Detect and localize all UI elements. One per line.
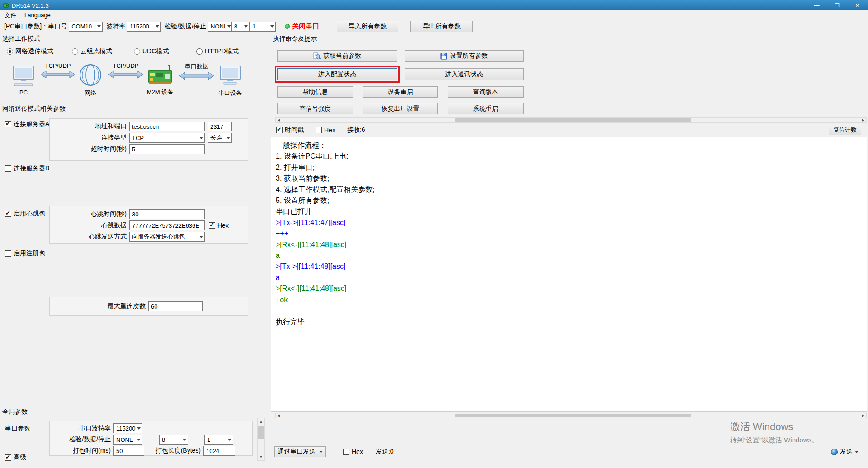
chevron-down-icon xyxy=(137,439,141,441)
scroll-left-icon[interactable]: ◀ xyxy=(276,118,282,122)
device-reboot-button[interactable]: 设备重启 xyxy=(363,86,438,98)
enter-config-button[interactable]: 进入配置状态 xyxy=(277,68,397,80)
minimize-button[interactable]: — xyxy=(807,0,827,10)
right-panel: 执行命令及提示 获取当前参数 设置所有参数 进入配置状态 xyxy=(270,33,868,468)
chevron-down-icon xyxy=(199,236,203,238)
export-params-button[interactable]: 导出所有参数 xyxy=(410,21,473,32)
global-baud-select[interactable]: 115200 xyxy=(113,423,142,433)
register-checkbox-row[interactable]: 启用注册包 xyxy=(5,249,45,257)
checkbox-icon[interactable] xyxy=(5,121,11,127)
global-databits-select[interactable]: 8 xyxy=(159,435,188,445)
maximize-button[interactable]: ❐ xyxy=(827,0,847,10)
scroll-right-icon[interactable]: ▶ xyxy=(860,118,866,122)
scrollbar-thumb[interactable] xyxy=(455,414,691,417)
server-a-timeout-input[interactable]: 5 xyxy=(129,144,205,154)
radio-icon[interactable] xyxy=(196,48,203,55)
radio-label: 云组态模式 xyxy=(80,47,112,56)
server-a-type-select[interactable]: TCP xyxy=(129,133,205,143)
checkbox-label: 启用注册包 xyxy=(14,249,45,257)
set-params-button[interactable]: 设置所有参数 xyxy=(405,50,524,62)
enter-comm-button[interactable]: 进入通讯状态 xyxy=(405,68,524,80)
radio-icon[interactable] xyxy=(134,48,140,55)
checkbox-icon[interactable] xyxy=(5,165,11,172)
timestamp-checkbox[interactable] xyxy=(276,127,283,133)
log-line: +++ xyxy=(276,228,862,239)
radio-cloud-mode[interactable]: 云组态模式 xyxy=(72,47,112,56)
heartbeat-hex-checkbox[interactable] xyxy=(209,222,215,229)
server-b-checkbox-row[interactable]: 连接服务器B xyxy=(5,164,49,173)
hex-label: Hex xyxy=(217,222,229,229)
server-a-address-input[interactable]: test.usr.cn xyxy=(129,122,205,131)
parity-select[interactable]: NONI xyxy=(208,22,231,32)
log-line: 执行完毕 xyxy=(276,317,862,328)
close-button[interactable]: ✕ xyxy=(847,0,868,10)
global-parity-select[interactable]: NONE xyxy=(113,435,142,445)
server-a-checkbox-row[interactable]: 连接服务器A xyxy=(5,120,49,128)
log-area[interactable]: 一般操作流程：1. 设备连PC串口,上电;2. 打开串口;3. 获取当前参数;4… xyxy=(271,137,867,412)
packtime-input[interactable]: 50 xyxy=(113,446,144,456)
global-baud-value: 115200 xyxy=(116,425,135,432)
send-via-serial-dropdown[interactable]: 通过串口发送 xyxy=(274,446,326,457)
heartbeat-checkbox-row[interactable]: 启用心跳包 xyxy=(5,210,45,218)
log-bottom-scrollbar[interactable]: ◀ ▶ xyxy=(275,413,867,418)
log-top-scrollbar[interactable]: ◀ ▶ xyxy=(275,117,867,123)
network-label: 网络 xyxy=(77,89,104,97)
radio-net-passthrough[interactable]: 网络透传模式 xyxy=(7,47,53,56)
checkbox-icon[interactable] xyxy=(5,454,11,461)
recv-hex-checkbox[interactable] xyxy=(316,127,322,133)
databits-select[interactable]: 8 xyxy=(231,22,250,32)
chevron-down-icon xyxy=(228,439,231,441)
packlen-input[interactable]: 1024 xyxy=(203,446,235,456)
radio-label: 网络透传模式 xyxy=(15,47,53,56)
com-port-select[interactable]: COM10 xyxy=(69,22,103,32)
left-vertical-scrollbar[interactable]: ▲ ▼ xyxy=(257,418,265,461)
send-hex-checkbox[interactable] xyxy=(343,449,349,455)
help-info-button[interactable]: 帮助信息 xyxy=(277,86,353,98)
log-line: >[Tx->][11:41:47][asc] xyxy=(276,217,862,228)
heartbeat-mode-select[interactable]: 向服务器发送心跳包 xyxy=(129,232,205,242)
global-stopbits-select[interactable]: 1 xyxy=(204,435,233,445)
title-bar[interactable]: DR514 V2.1.3 — ❐ ✕ xyxy=(0,0,868,10)
close-port-button[interactable]: 关闭串口 xyxy=(292,22,319,31)
scroll-right-icon[interactable]: ▶ xyxy=(860,413,866,418)
query-version-button[interactable]: 查询版本 xyxy=(448,86,524,98)
radio-udc-mode[interactable]: UDC模式 xyxy=(134,47,169,56)
heartbeat-time-input[interactable]: 30 xyxy=(129,209,205,219)
radio-icon[interactable] xyxy=(7,48,13,55)
arrow-label: TCP/UDP xyxy=(39,62,76,69)
advanced-checkbox-row[interactable]: 高级 xyxy=(5,454,26,462)
radio-httpd-mode[interactable]: HTTPD模式 xyxy=(196,47,239,56)
log-line: 5. 设置所有参数; xyxy=(276,195,862,206)
system-reboot-button[interactable]: 系统重启 xyxy=(448,103,524,114)
log-line: +ok xyxy=(276,295,862,305)
scroll-left-icon[interactable]: ◀ xyxy=(276,413,282,418)
import-params-button[interactable]: 导入所有参数 xyxy=(337,21,398,32)
radio-icon[interactable] xyxy=(72,48,78,55)
get-params-button[interactable]: 获取当前参数 xyxy=(277,50,397,62)
reset-counter-button[interactable]: 复位计数 xyxy=(829,125,861,135)
scroll-up-icon[interactable]: ▲ xyxy=(258,418,264,425)
section-label: 全局参数 xyxy=(2,408,28,416)
server-a-port-input[interactable]: 2317 xyxy=(208,122,232,131)
baud-select[interactable]: 115200 xyxy=(127,22,161,32)
reconnect-input[interactable]: 60 xyxy=(148,301,203,311)
menu-language[interactable]: Language xyxy=(20,10,55,20)
factory-reset-button[interactable]: 恢复出厂设置 xyxy=(363,103,438,114)
reconnect-label: 最大重连次数 xyxy=(50,302,148,310)
scroll-down-icon[interactable]: ▼ xyxy=(258,454,264,460)
chevron-down-icon xyxy=(156,25,159,28)
checkbox-icon[interactable] xyxy=(5,211,11,217)
server-a-conn-select[interactable]: 长连 xyxy=(208,133,232,143)
stopbits-select[interactable]: 1 xyxy=(250,22,276,32)
serial-device-label: 串口设备 xyxy=(217,89,244,97)
scrollbar-thumb[interactable] xyxy=(258,426,264,439)
heartbeat-data-input[interactable]: 7777772E7573722E636E xyxy=(129,220,205,230)
checkbox-icon[interactable] xyxy=(5,250,11,257)
chevron-down-icon xyxy=(199,137,203,139)
send-button[interactable]: 发送 xyxy=(831,448,859,456)
menu-file[interactable]: 文件 xyxy=(0,10,20,20)
stopbits-value: 1 xyxy=(252,23,255,30)
scrollbar-thumb[interactable] xyxy=(455,118,691,122)
addr-port-label: 地址和端口 xyxy=(52,122,129,131)
query-signal-button[interactable]: 查信号强度 xyxy=(277,103,353,114)
